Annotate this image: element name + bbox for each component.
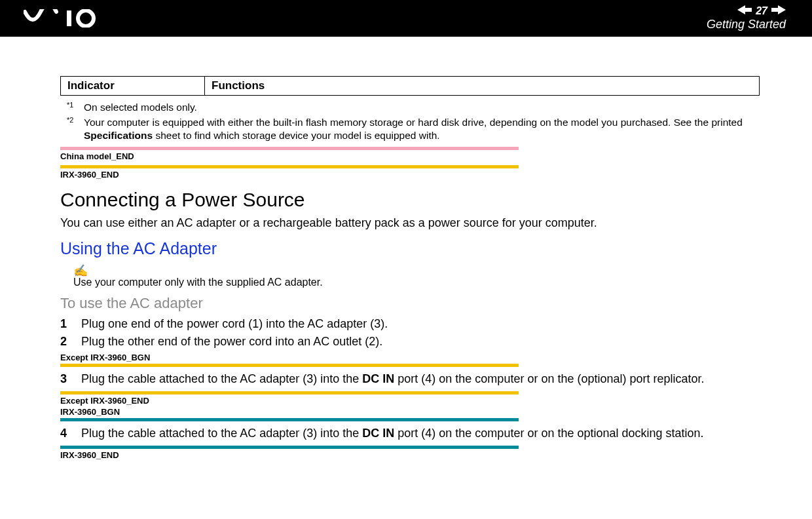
footnote-text: Your computer is equipped with either th… [84,116,757,142]
section-title: Getting Started [707,18,786,31]
svg-point-1 [78,10,94,26]
divider-teal [60,418,519,421]
step-number: 2 [60,335,69,349]
step-1: 1 Plug one end of the power cord (1) int… [60,317,760,331]
svg-rect-0 [67,10,71,26]
footnote-mark: *2 [67,116,77,124]
divider-pink [60,147,519,150]
svg-marker-2 [737,5,752,14]
heading-using-ac-adapter: Using the AC Adapter [60,239,760,258]
vaio-logo [24,9,109,28]
banner-irx-end: IRX-3960_END [60,170,760,180]
banner-irx-bgn: IRX-3960_BGN [60,407,760,417]
banner-except-end: Except IRX-3960_END [60,396,760,406]
heading-connecting-power: Connecting a Power Source [60,189,760,211]
page-content: Indicator Functions *1 On selected model… [0,37,812,460]
step-number: 1 [60,317,69,331]
table-header-indicator: Indicator [61,77,205,96]
page-number: 27 [756,5,767,17]
table-header-functions: Functions [205,77,760,96]
step-3: 3 Plug the cable attached to the AC adap… [60,372,760,386]
divider-yellow [60,364,519,367]
footnote-mark: *1 [67,101,77,109]
note-text: Use your computer only with the supplied… [73,277,760,288]
heading-to-use-ac-adapter: To use the AC adapter [60,295,760,312]
next-page-arrow[interactable] [771,5,786,17]
step-number: 3 [60,372,69,386]
footnote-1: *1 On selected models only. [60,100,760,115]
page-nav: 27 Getting Started [707,5,786,31]
pencil-icon: ✍ [73,265,760,277]
step-2: 2 Plug the other end of the power cord i… [60,335,760,349]
step-number: 4 [60,427,69,440]
banner-irx-end-2: IRX-3960_END [60,450,760,460]
divider-yellow [60,165,519,168]
divider-teal [60,446,519,449]
divider-yellow [60,391,519,394]
footnote-2: *2 Your computer is equipped with either… [60,115,760,143]
footnote-text: On selected models only. [84,101,197,113]
banner-except-bgn: Except IRX-3960_BGN [60,353,760,362]
step-text: Plug the cable attached to the AC adapte… [81,372,705,386]
step-4: 4 Plug the cable attached to the AC adap… [60,427,760,440]
header-bar: 27 Getting Started [0,0,812,37]
banner-china-end: China model_END [60,151,760,161]
svg-marker-3 [771,5,786,14]
step-text: Plug one end of the power cord (1) into … [81,317,388,331]
note: ✍ Use your computer only with the suppli… [73,265,760,288]
intro-text: You can use either an AC adapter or a re… [60,216,760,230]
indicator-table: Indicator Functions [60,76,760,96]
step-text: Plug the other end of the power cord int… [81,335,382,349]
prev-page-arrow[interactable] [737,5,752,17]
step-text: Plug the cable attached to the AC adapte… [81,427,704,440]
